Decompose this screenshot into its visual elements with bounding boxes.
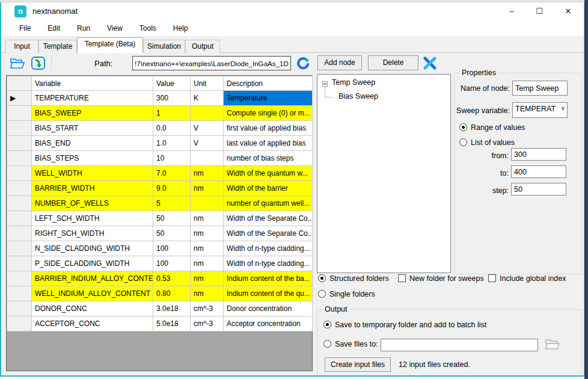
cell-description[interactable]: Donor concentration bbox=[224, 301, 313, 316]
cell-variable[interactable]: BARRIER_WIDTH bbox=[32, 181, 153, 196]
cell-unit[interactable]: nm bbox=[191, 286, 224, 301]
row-selector[interactable] bbox=[7, 316, 32, 331]
tab-input[interactable]: Input bbox=[5, 40, 38, 53]
tab-template[interactable]: Template bbox=[38, 40, 77, 53]
cell-variable[interactable]: P_SIDE_CLADDING_WIDTH bbox=[32, 256, 153, 271]
cell-description[interactable]: Indium content of the ba... bbox=[224, 271, 313, 286]
menu-view[interactable]: View bbox=[101, 22, 129, 35]
radio-icon[interactable] bbox=[318, 290, 326, 298]
cell-unit[interactable]: nm bbox=[191, 256, 224, 271]
row-selector[interactable] bbox=[7, 196, 32, 211]
row-selector[interactable] bbox=[7, 121, 32, 136]
tab-output[interactable]: Output bbox=[185, 40, 220, 53]
cell-description[interactable]: last value of applied bias bbox=[224, 136, 313, 151]
cell-unit[interactable]: nm bbox=[191, 166, 224, 181]
cell-unit[interactable] bbox=[191, 106, 224, 121]
delete-button[interactable]: Delete bbox=[368, 55, 418, 70]
import-file-icon[interactable] bbox=[28, 54, 49, 72]
radio-icon[interactable] bbox=[323, 321, 331, 328]
row-selector[interactable] bbox=[7, 211, 32, 226]
cell-variable[interactable]: BIAS_END bbox=[32, 136, 153, 151]
row-selector[interactable] bbox=[7, 106, 32, 121]
menu-edit[interactable]: Edit bbox=[41, 22, 66, 35]
cell-value[interactable]: 1.0 bbox=[153, 136, 191, 151]
row-selector[interactable] bbox=[7, 301, 32, 316]
cell-description[interactable]: number of quantum well... bbox=[224, 196, 313, 211]
cell-description[interactable]: Width of the quantum w... bbox=[224, 166, 313, 181]
cell-description[interactable]: first value of applied bias bbox=[224, 121, 313, 136]
cell-value[interactable]: 7.0 bbox=[153, 166, 191, 181]
close-button[interactable]: ✕ bbox=[555, 2, 581, 20]
radio-icon[interactable] bbox=[323, 340, 331, 348]
row-selector[interactable] bbox=[7, 226, 32, 241]
create-input-files-button[interactable]: Create input files bbox=[325, 357, 391, 372]
cell-value[interactable]: 100 bbox=[153, 241, 191, 256]
cell-value[interactable]: 3.0e18 bbox=[153, 301, 191, 316]
minimize-button[interactable]: – bbox=[498, 2, 525, 20]
cell-variable[interactable]: NUMBER_OF_WELLS bbox=[32, 196, 153, 211]
row-selector[interactable] bbox=[7, 151, 32, 166]
clear-tree-icon[interactable] bbox=[422, 56, 438, 70]
row-selector[interactable] bbox=[7, 181, 32, 196]
cell-unit[interactable]: nm bbox=[191, 181, 224, 196]
row-selector[interactable] bbox=[7, 271, 32, 286]
sweep-variable-dropdown[interactable]: TEMPERATURE ∨ bbox=[512, 102, 568, 118]
cell-value[interactable]: 100 bbox=[153, 256, 191, 271]
cell-unit[interactable]: nm bbox=[191, 271, 224, 286]
cell-unit[interactable]: cm^-3 bbox=[191, 301, 224, 316]
cell-variable[interactable]: N_SIDE_CLADDING_WIDTH bbox=[32, 241, 153, 256]
cell-description[interactable]: number of bias steps bbox=[224, 151, 313, 166]
cell-variable[interactable]: BARRIER_INDIUM_ALLOY_CONTENT bbox=[32, 271, 153, 286]
cell-value[interactable]: 1 bbox=[153, 106, 191, 121]
cell-variable[interactable]: BIAS_START bbox=[32, 121, 153, 136]
cell-variable[interactable]: ACCEPTOR_CONC bbox=[32, 316, 153, 331]
cell-variable[interactable]: RIGHT_SCH_WIDTH bbox=[32, 226, 153, 241]
cell-description[interactable]: Acceptor concentration bbox=[224, 316, 313, 331]
cell-variable[interactable]: TEMPERATURE bbox=[32, 91, 153, 106]
maximize-button[interactable]: ☐ bbox=[526, 2, 553, 20]
global-index-checkbox[interactable]: Include global index bbox=[488, 274, 566, 283]
list-of-values-option[interactable]: List of values bbox=[459, 138, 515, 147]
cell-unit[interactable]: V bbox=[191, 136, 224, 151]
col-unit[interactable]: Unit bbox=[191, 76, 224, 91]
cell-value[interactable]: 50 bbox=[153, 226, 191, 241]
current-row-arrow-icon[interactable]: ▶ bbox=[7, 91, 32, 106]
range-of-values-option[interactable]: Range of values bbox=[459, 123, 525, 132]
row-selector[interactable] bbox=[7, 241, 32, 256]
cell-value[interactable]: 9.0 bbox=[153, 181, 191, 196]
cell-unit[interactable]: nm bbox=[191, 211, 224, 226]
cell-value[interactable]: 0.0 bbox=[153, 121, 191, 136]
checkbox-icon[interactable] bbox=[398, 274, 406, 282]
radio-icon[interactable] bbox=[318, 274, 326, 282]
col-value[interactable]: Value bbox=[153, 76, 191, 91]
cell-variable[interactable]: BIAS_STEPS bbox=[32, 151, 153, 166]
cell-description[interactable]: Indium content of the qu... bbox=[224, 286, 313, 301]
collapse-icon[interactable] bbox=[322, 81, 328, 87]
save-files-to-option[interactable]: Save files to: bbox=[323, 340, 378, 348]
col-description[interactable]: Description bbox=[224, 76, 313, 91]
cell-variable[interactable]: DONOR_CONC bbox=[32, 301, 153, 316]
row-selector[interactable] bbox=[7, 256, 32, 271]
row-selector[interactable] bbox=[7, 166, 32, 181]
cell-unit[interactable] bbox=[191, 196, 224, 211]
open-folder-icon[interactable] bbox=[7, 54, 28, 72]
radio-icon[interactable] bbox=[459, 138, 467, 146]
cell-description[interactable]: Width of the barrier bbox=[224, 181, 313, 196]
menu-tools[interactable]: Tools bbox=[133, 22, 162, 35]
cell-unit[interactable]: V bbox=[191, 121, 224, 136]
cell-description[interactable]: Compute single (0) or m... bbox=[224, 106, 313, 121]
checkbox-icon[interactable] bbox=[488, 274, 496, 282]
menu-run[interactable]: Run bbox=[71, 22, 96, 35]
add-node-button[interactable]: Add node bbox=[317, 55, 362, 70]
cell-variable[interactable]: WELL_WIDTH bbox=[32, 166, 153, 181]
cell-value[interactable]: 300 bbox=[153, 91, 191, 106]
to-field[interactable] bbox=[511, 165, 566, 178]
cell-value[interactable]: 10 bbox=[153, 151, 191, 166]
tab-simulation[interactable]: Simulation bbox=[143, 40, 185, 53]
cell-unit[interactable]: nm bbox=[191, 226, 224, 241]
cell-description[interactable]: Width of the Separate Co... bbox=[224, 211, 313, 226]
cell-unit[interactable]: cm^-3 bbox=[191, 316, 224, 331]
structured-folders-option[interactable]: Structured folders bbox=[318, 274, 389, 283]
cell-unit[interactable] bbox=[191, 151, 224, 166]
cell-variable[interactable]: WELL_INDIUM_ALLOY_CONTENT bbox=[32, 286, 153, 301]
